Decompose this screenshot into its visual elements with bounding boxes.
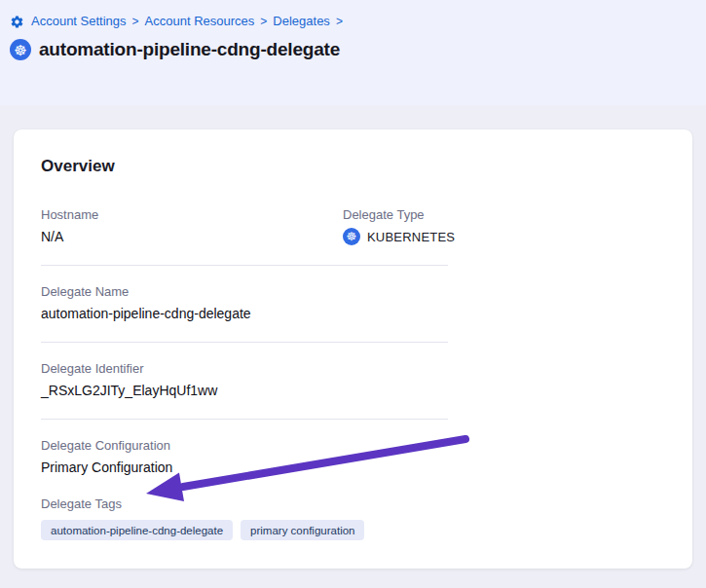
overview-fields: Hostname N/A Delegate Type ☸ KUBERNETES … <box>41 207 448 540</box>
field-delegate-name: Delegate Name automation-pipeline-cdng-d… <box>41 284 448 343</box>
page-header: Account Settings > Account Resources > D… <box>0 0 706 105</box>
breadcrumb-account-resources[interactable]: Account Resources <box>145 14 255 29</box>
breadcrumb-separator: > <box>260 14 267 29</box>
field-delegate-type: Delegate Type ☸ KUBERNETES <box>343 207 455 245</box>
delegate-tags-list: automation-pipeline-cdng-delegate primar… <box>41 520 448 540</box>
title-row: ☸ automation-pipeline-cdng-delegate <box>10 39 696 60</box>
breadcrumb-separator: > <box>132 14 139 29</box>
overview-heading: Overview <box>41 157 665 176</box>
settings-gear-icon <box>10 15 24 29</box>
breadcrumb-account-settings[interactable]: Account Settings <box>31 14 127 29</box>
delegate-tags-label: Delegate Tags <box>41 496 448 512</box>
delegate-type-label: Delegate Type <box>343 207 455 223</box>
delegate-type-value: KUBERNETES <box>367 230 455 244</box>
delegate-tag: primary configuration <box>241 520 364 540</box>
kubernetes-icon: ☸ <box>10 39 31 60</box>
field-delegate-identifier: Delegate Identifier _RSxLG2JITy_ElayHqUf… <box>41 361 448 420</box>
field-hostname: Hostname N/A <box>41 207 343 245</box>
kubernetes-type-icon: ☸ <box>343 228 360 245</box>
delegate-tag: automation-pipeline-cdng-delegate <box>41 520 233 540</box>
delegate-configuration-label: Delegate Configuration <box>41 438 448 454</box>
delegate-configuration-value: Primary Configuration <box>41 459 448 476</box>
delegate-identifier-value: _RSxLG2JITy_ElayHqUf1ww <box>41 382 448 399</box>
hostname-value: N/A <box>41 228 343 245</box>
field-row-hostname-type: Hostname N/A Delegate Type ☸ KUBERNETES <box>41 207 448 266</box>
breadcrumb: Account Settings > Account Resources > D… <box>10 14 696 29</box>
hostname-label: Hostname <box>41 207 343 223</box>
delegate-name-label: Delegate Name <box>41 284 448 300</box>
overview-card: Overview Hostname N/A Delegate Type ☸ KU… <box>14 129 692 569</box>
delegate-name-value: automation-pipeline-cdng-delegate <box>41 305 448 322</box>
field-delegate-tags: Delegate Tags automation-pipeline-cdng-d… <box>41 496 448 540</box>
breadcrumb-separator: > <box>336 14 343 29</box>
field-delegate-configuration: Delegate Configuration Primary Configura… <box>41 438 448 476</box>
delegate-identifier-label: Delegate Identifier <box>41 361 448 377</box>
page-title: automation-pipeline-cdng-delegate <box>39 39 340 60</box>
breadcrumb-delegates[interactable]: Delegates <box>273 14 330 29</box>
